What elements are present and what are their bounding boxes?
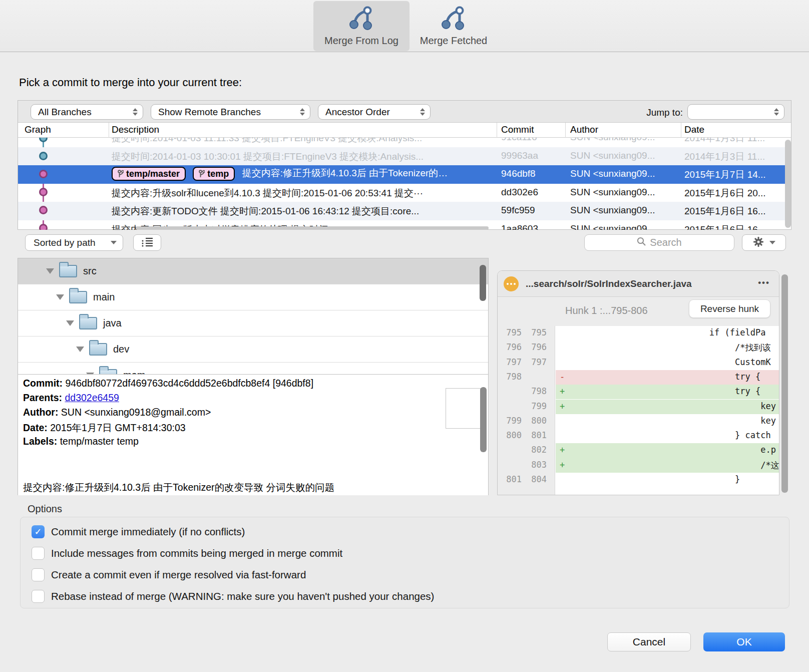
- log-horizontal-scrollbar[interactable]: [136, 226, 489, 230]
- commit-message: 提交内容:修正升级到4.10.3后 由于Tokenizer的改变导致 分词失败的…: [23, 481, 334, 494]
- branch-badge[interactable]: temp/master: [112, 167, 186, 181]
- git-merge-icon: [348, 5, 374, 33]
- toolbar: Merge From Log Merge Fetched: [0, 0, 809, 52]
- branch-icon: [199, 170, 205, 178]
- git-merge-icon: [441, 5, 467, 33]
- author-value: SUN <sunxiang0918@gmail.com>: [61, 407, 211, 418]
- tree-item-java[interactable]: java: [18, 310, 488, 337]
- column-header-author[interactable]: Author: [570, 124, 598, 135]
- diff-line: 799800 key: [498, 414, 779, 429]
- flat-list-toggle-button[interactable]: [133, 234, 161, 251]
- log-row[interactable]: 提交内容:升级solr和lucene到4.10.3 提交时间:2015-01-0…: [18, 184, 791, 202]
- branch-icon: [118, 170, 124, 178]
- labels-value: temp/master temp: [60, 436, 139, 447]
- jump-to-label: Jump to:: [633, 107, 683, 118]
- tab-label: Merge Fetched: [420, 35, 488, 47]
- tree-scrollbar[interactable]: [480, 265, 486, 301]
- diff-scrollbar[interactable]: [781, 274, 788, 493]
- diff-line: 801804 }: [498, 473, 779, 487]
- details-scrollbar[interactable]: [480, 387, 487, 452]
- branch-badge[interactable]: temp: [193, 167, 235, 181]
- checkbox-checked[interactable]: ✓: [32, 525, 45, 538]
- dropdown-stepper-icon: [300, 108, 305, 116]
- diff-file-header: ...search/solr/SolrIndexSearcher.java ••…: [498, 271, 779, 297]
- tree-item-src[interactable]: src: [18, 258, 488, 284]
- commit-details-panel: Commit: 946dbf80772df469763cd4c6ddd52e6b…: [18, 374, 489, 495]
- search-placeholder: Search: [650, 237, 681, 248]
- parent-commit-link[interactable]: dd302e6459: [65, 392, 119, 403]
- column-header-graph[interactable]: Graph: [25, 124, 51, 135]
- remote-branches-dropdown[interactable]: Show Remote Branches: [151, 104, 310, 120]
- chevron-down-icon: [769, 241, 775, 244]
- dropdown-stepper-icon: [774, 108, 779, 116]
- order-filter-dropdown[interactable]: Ancestor Order: [318, 104, 431, 120]
- tab-merge-from-log[interactable]: Merge From Log: [313, 1, 410, 51]
- search-input[interactable]: Search: [584, 234, 734, 251]
- log-vertical-scrollbar[interactable]: [785, 140, 791, 228]
- column-header-commit[interactable]: Commit: [501, 124, 534, 135]
- merge-dialog: Merge From Log Merge Fetched Pick a comm…: [0, 0, 809, 672]
- log-row[interactable]: 提交内容:更新TODO文件 提交时间:2015-01-06 16:43:12 提…: [18, 202, 791, 220]
- gear-icon: [752, 236, 764, 250]
- log-rows: 提交时间:2014-01-03 11:11:33 提交项目:FTEngineV3…: [18, 138, 791, 230]
- checkbox-unchecked[interactable]: [32, 568, 45, 581]
- folder-icon: [79, 317, 97, 329]
- option-include-messages[interactable]: Include messages from commits being merg…: [32, 546, 342, 561]
- flat-list-icon: [140, 236, 154, 249]
- option-rebase-instead[interactable]: Rebase instead of merge (WARNING: make s…: [32, 589, 434, 604]
- diff-line: 797797 CustomK: [498, 356, 779, 370]
- cancel-button[interactable]: Cancel: [607, 632, 691, 651]
- folder-icon: [69, 291, 87, 303]
- commit-label: Commit:: [23, 378, 63, 389]
- actions-gear-button[interactable]: [742, 234, 786, 251]
- checkbox-unchecked[interactable]: [32, 590, 45, 603]
- log-table-header: Graph Description Commit Author Date: [18, 123, 791, 138]
- parents-label: Parents:: [23, 392, 62, 403]
- branch-filter-dropdown[interactable]: All Branches: [31, 104, 143, 120]
- jump-to-dropdown[interactable]: [687, 104, 784, 120]
- diff-line-removed: 798 - try {: [498, 370, 779, 385]
- filter-bar: All Branches Show Remote Branches Ancest…: [18, 101, 791, 123]
- chevron-down-icon: [111, 241, 117, 244]
- diff-line-added: 799 + key: [498, 400, 779, 414]
- option-create-commit-fast-forward[interactable]: Create a commit even if merge resolved v…: [32, 567, 306, 582]
- tab-merge-fetched[interactable]: Merge Fetched: [414, 1, 494, 51]
- diff-line-added: 802 + e.p: [498, 443, 779, 458]
- scroll-corner-box: [446, 388, 481, 429]
- date-value: 2015年1月7日 GMT+814:30:03: [50, 422, 185, 433]
- sort-mode-dropdown[interactable]: Sorted by path: [25, 234, 123, 251]
- hunk-header: Hunk 1 :...795-806 Reverse hunk: [498, 297, 779, 326]
- checkbox-unchecked[interactable]: [32, 547, 45, 560]
- log-row-selected[interactable]: temp/master temp 提交内容:修正升级到4.10.3后 由于Tok…: [18, 165, 791, 184]
- page-title: Pick a commit to merge into your current…: [19, 76, 242, 89]
- search-icon: [637, 237, 646, 248]
- diff-line-added: 798 + try {: [498, 385, 779, 399]
- diff-line: 796796 /*找到该: [498, 341, 779, 355]
- option-commit-immediately[interactable]: ✓ Commit merge immediately (if no confli…: [32, 524, 245, 539]
- file-actions-menu[interactable]: •••: [758, 278, 770, 288]
- commit-hash: 946dbf80772df469763cd4c6ddd52e6bdfcb8ef4…: [66, 378, 314, 389]
- ok-button[interactable]: OK: [703, 632, 785, 651]
- dropdown-stepper-icon: [420, 108, 425, 116]
- log-row[interactable]: 提交时间:2014-01-03 10:30:01 提交项目:FTEngineV3…: [18, 147, 791, 166]
- reverse-hunk-button[interactable]: Reverse hunk: [689, 299, 770, 318]
- folder-icon: [59, 265, 77, 277]
- diff-panel: ...search/solr/SolrIndexSearcher.java ••…: [497, 270, 779, 495]
- disclosure-triangle-icon[interactable]: [66, 320, 74, 326]
- diff-file-name: ...search/solr/SolrIndexSearcher.java: [526, 278, 692, 289]
- tree-item-dev[interactable]: dev: [18, 337, 488, 363]
- disclosure-triangle-icon[interactable]: [56, 294, 64, 300]
- disclosure-triangle-icon[interactable]: [46, 268, 54, 274]
- date-label: Date:: [23, 422, 48, 433]
- tree-item-main[interactable]: main: [18, 284, 488, 310]
- diff-line-added: 803 + /*这: [498, 458, 779, 473]
- commit-log-panel: All Branches Show Remote Branches Ancest…: [18, 100, 791, 230]
- options-section-title: Options: [28, 503, 62, 515]
- disclosure-triangle-icon[interactable]: [76, 347, 84, 352]
- tab-label: Merge From Log: [324, 35, 398, 47]
- column-header-date[interactable]: Date: [684, 124, 704, 135]
- dropdown-stepper-icon: [133, 108, 138, 116]
- column-header-description[interactable]: Description: [112, 124, 159, 135]
- log-row[interactable]: 提交时间:2014-01-03 11:11:33 提交项目:FTEngineV3…: [18, 138, 791, 147]
- hunk-range-label: Hunk 1 :...795-806: [565, 305, 648, 316]
